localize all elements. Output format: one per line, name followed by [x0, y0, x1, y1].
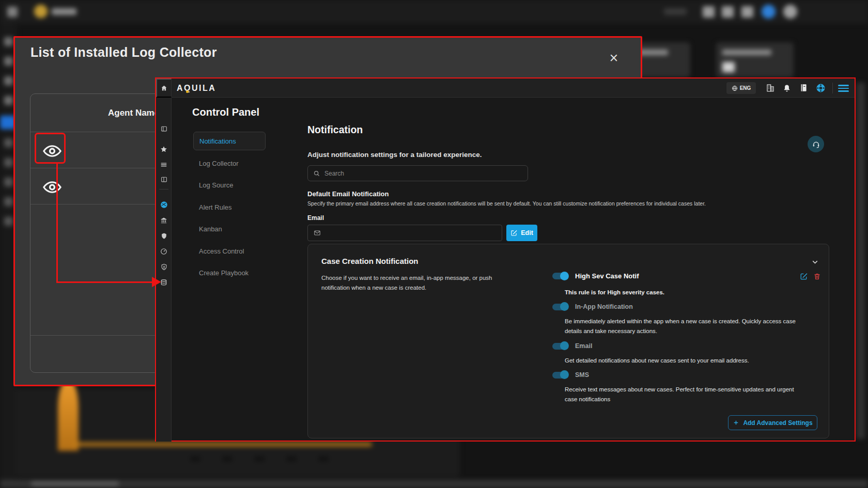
sidebar-web-button[interactable]: [156, 201, 172, 209]
close-icon: ×: [610, 50, 618, 66]
web-globe-icon: [160, 201, 168, 209]
nav-item-access-control[interactable]: Access Control: [193, 242, 266, 261]
modal-title: List of Installed Log Collector: [30, 45, 217, 60]
inapp-toggle[interactable]: [552, 304, 568, 310]
sms-label: SMS: [575, 371, 589, 379]
bg-rail-icon: [4, 76, 13, 85]
sidebar-bank-button[interactable]: [156, 217, 172, 224]
sms-toggle[interactable]: [552, 372, 568, 379]
panel-left-icon: [161, 125, 167, 132]
security-badge-icon: [161, 263, 167, 271]
chevron-down-icon: [811, 258, 819, 266]
gauge-icon: [160, 248, 167, 255]
default-email-description: Specify the primary email address where …: [307, 200, 706, 207]
sidebar-gauge-button[interactable]: [156, 248, 172, 255]
bg-chart-tick: [222, 456, 233, 461]
nav-item-alert-rules[interactable]: Alert Rules: [193, 198, 266, 217]
section-subtitle: Adjust notification settings for a tailo…: [307, 151, 482, 159]
bg-bottom-bar-segment: [31, 481, 119, 486]
plus-icon: [733, 419, 739, 426]
split-panel-icon: [161, 176, 167, 183]
rule-actions: [800, 272, 821, 280]
topbar-divider: [832, 83, 833, 93]
bg-chart-tick: [286, 456, 297, 461]
bg-rail-icon: [4, 96, 13, 105]
bg-card-title: [722, 50, 771, 55]
bg-rail-icon: [4, 158, 13, 167]
sms-description: Receive text messages about new cases. P…: [565, 385, 795, 404]
sidebar-shield-button[interactable]: [156, 232, 172, 240]
edit-button-label: Edit: [521, 229, 533, 237]
bg-avatar: [783, 5, 797, 19]
notifications-button[interactable]: [782, 83, 792, 92]
annotation-arrowhead: [152, 277, 161, 287]
bg-topbar: [0, 0, 868, 24]
bg-home-icon: [7, 7, 18, 17]
delete-rule-button[interactable]: [813, 272, 821, 280]
bg-rail-icon: [4, 37, 13, 46]
organization-button[interactable]: [766, 83, 775, 92]
star-icon: [160, 146, 167, 153]
close-button[interactable]: ×: [604, 48, 624, 68]
sidebar-board-button[interactable]: [156, 176, 172, 183]
language-selector[interactable]: ENG: [726, 82, 756, 94]
edit-email-button[interactable]: Edit: [506, 225, 537, 241]
home-icon: [161, 85, 167, 91]
bg-chart-tick: [190, 456, 200, 461]
nav-item-notifications[interactable]: Notifications: [193, 132, 266, 150]
collapse-card-button[interactable]: [811, 258, 819, 266]
documentation-button[interactable]: [799, 83, 808, 92]
bg-search: [663, 8, 687, 15]
edit-rule-button[interactable]: [800, 272, 808, 280]
bg-rail-icon: [4, 57, 13, 66]
nav-item-log-collector[interactable]: Log Collector: [193, 154, 266, 173]
search-input[interactable]: [324, 170, 522, 177]
annotation-highlight-rect: [35, 133, 66, 164]
bg-chart-baseline: [72, 442, 372, 447]
card-description: Choose if you want to receive an email, …: [321, 273, 508, 293]
sidebar-list-button[interactable]: [156, 161, 172, 168]
page-title: Control Panel: [192, 106, 259, 118]
support-wheel-icon: [816, 83, 826, 93]
logo-letter: A: [177, 84, 184, 92]
trash-icon: [813, 272, 821, 280]
nav-item-create-playbook[interactable]: Create Playbook: [193, 264, 266, 282]
menu-icon: [838, 85, 849, 86]
inapp-label: In-App Notification: [575, 303, 633, 310]
bg-rail-icon: [4, 217, 13, 226]
bg-chart-peak: [58, 381, 79, 451]
rule-row: High Sev Case Notif: [552, 272, 639, 280]
support-button[interactable]: [816, 83, 826, 93]
language-label: ENG: [740, 85, 751, 91]
email-toggle[interactable]: [552, 343, 568, 350]
email-field-wrap: [307, 225, 502, 241]
bg-card-icon: [722, 62, 735, 72]
support-fab-button[interactable]: [808, 136, 824, 152]
bg-topbar-icon: [741, 6, 753, 18]
bg-logo-text: [52, 8, 76, 15]
bg-bottom-bar: [0, 480, 868, 488]
email-channel-description: Get detailed notifications about new cas…: [565, 356, 800, 366]
add-button-label: Add Advanced Settings: [743, 419, 812, 427]
channel-row-sms: SMS: [552, 371, 589, 379]
search-icon: [313, 170, 320, 177]
view-row-button[interactable]: [43, 180, 64, 194]
sidebar-security-badge-button[interactable]: [156, 263, 172, 271]
nav-item-kanban[interactable]: Kanban: [193, 220, 266, 239]
sidebar-favorites-button[interactable]: [156, 146, 172, 153]
email-field[interactable]: [326, 229, 497, 237]
rule-toggle[interactable]: [552, 273, 568, 279]
nav-item-log-source[interactable]: Log Source: [193, 176, 266, 195]
menu-button[interactable]: [838, 85, 849, 92]
add-advanced-settings-button[interactable]: Add Advanced Settings: [728, 415, 817, 430]
database-icon: [160, 279, 167, 286]
sidebar-panel-button[interactable]: [156, 125, 172, 132]
bg-rail-icon: [4, 197, 13, 206]
channel-row-email: Email: [552, 342, 592, 350]
edit-pencil-icon: [800, 272, 808, 280]
globe-language-icon: [732, 85, 738, 91]
home-button[interactable]: [156, 78, 172, 98]
window-sidebar: [156, 98, 172, 442]
bell-icon: [782, 83, 792, 92]
logo-letter-q: Q: [184, 84, 192, 92]
